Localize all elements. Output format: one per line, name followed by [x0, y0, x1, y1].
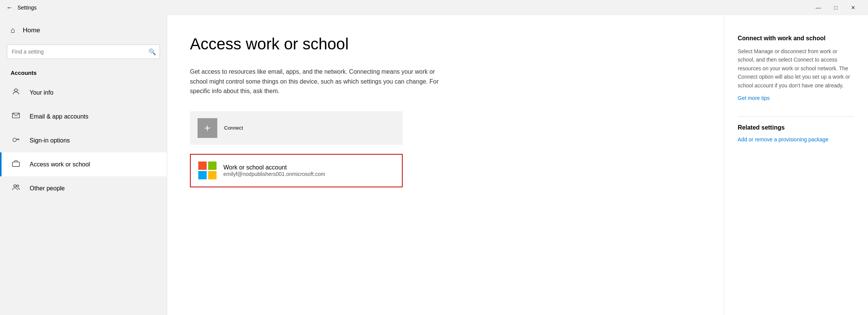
search-box: 🔍 [7, 44, 160, 59]
svg-point-4 [13, 138, 16, 141]
person-icon [11, 87, 21, 98]
key-icon [11, 135, 21, 146]
right-panel-section-connect: Connect with work and school Select Mana… [738, 35, 854, 101]
sidebar-item-your-info[interactable]: Your info [0, 81, 167, 104]
page-description: Get access to resources like email, apps… [190, 67, 448, 96]
titlebar: ← Settings — □ ✕ [0, 0, 868, 15]
right-panel-text-connect: Select Manage or disconnect from work or… [738, 47, 854, 90]
connect-button[interactable]: + Connect [190, 111, 403, 145]
main-content: Access work or school Get access to reso… [167, 15, 724, 315]
minimize-button[interactable]: — [810, 0, 827, 15]
search-icon: 🔍 [149, 48, 156, 55]
right-panel: Connect with work and school Select Mana… [724, 15, 868, 315]
sidebar-item-home[interactable]: ⌂ Home [0, 19, 167, 41]
svg-point-10 [14, 185, 16, 187]
sidebar-item-other-people[interactable]: Other people [0, 176, 167, 200]
close-button[interactable]: ✕ [844, 0, 862, 15]
sidebar-home-label: Home [23, 27, 40, 34]
account-email: emilyf@nodpublishers001.onmicrosoft.com [223, 171, 325, 177]
ms-logo-green [208, 161, 217, 170]
right-panel-heading-connect: Connect with work and school [738, 35, 854, 42]
sidebar: ⌂ Home 🔍 Accounts Your info [0, 15, 167, 315]
sidebar-item-signin[interactable]: Sign-in options [0, 128, 167, 152]
group-icon [11, 183, 21, 193]
sidebar-item-email-app[interactable]: Email & app accounts [0, 104, 167, 128]
titlebar-title: Settings [17, 5, 810, 11]
divider [738, 116, 854, 117]
sidebar-item-label: Sign-in options [30, 137, 70, 144]
briefcase-icon [11, 159, 21, 169]
sidebar-section-title: Accounts [0, 66, 167, 81]
add-remove-provisioning-link[interactable]: Add or remove a provisioning package [738, 136, 854, 142]
right-panel-section-related: Related settings Add or remove a provisi… [738, 124, 854, 142]
right-panel-heading-related: Related settings [738, 124, 854, 131]
sidebar-item-label: Email & app accounts [30, 113, 89, 120]
ms-logo-yellow [208, 171, 217, 179]
ms-logo-blue [198, 171, 207, 179]
app-body: ⌂ Home 🔍 Accounts Your info [0, 15, 868, 315]
home-icon: ⌂ [11, 26, 15, 35]
back-button[interactable]: ← [6, 4, 13, 12]
account-info: Work or school account emilyf@nodpublish… [223, 164, 325, 177]
maximize-button[interactable]: □ [827, 0, 844, 15]
account-tile[interactable]: Work or school account emilyf@nodpublish… [190, 154, 403, 187]
email-icon [11, 111, 21, 122]
sidebar-item-access-work[interactable]: Access work or school [0, 152, 167, 176]
connect-label: Connect [224, 125, 243, 131]
search-input[interactable] [7, 44, 160, 59]
page-title: Access work or school [190, 35, 701, 53]
svg-point-11 [17, 185, 19, 187]
sidebar-item-label: Access work or school [30, 161, 90, 168]
svg-rect-8 [13, 162, 19, 166]
ms-logo-red [198, 161, 207, 170]
sidebar-item-label: Other people [30, 185, 65, 192]
account-name: Work or school account [223, 164, 325, 171]
connect-plus-icon: + [198, 118, 217, 138]
svg-point-0 [14, 89, 17, 92]
microsoft-logo [198, 161, 217, 180]
get-more-tips-link[interactable]: Get more tips [738, 95, 854, 101]
sidebar-item-label: Your info [30, 89, 54, 96]
window-controls: — □ ✕ [810, 0, 862, 15]
